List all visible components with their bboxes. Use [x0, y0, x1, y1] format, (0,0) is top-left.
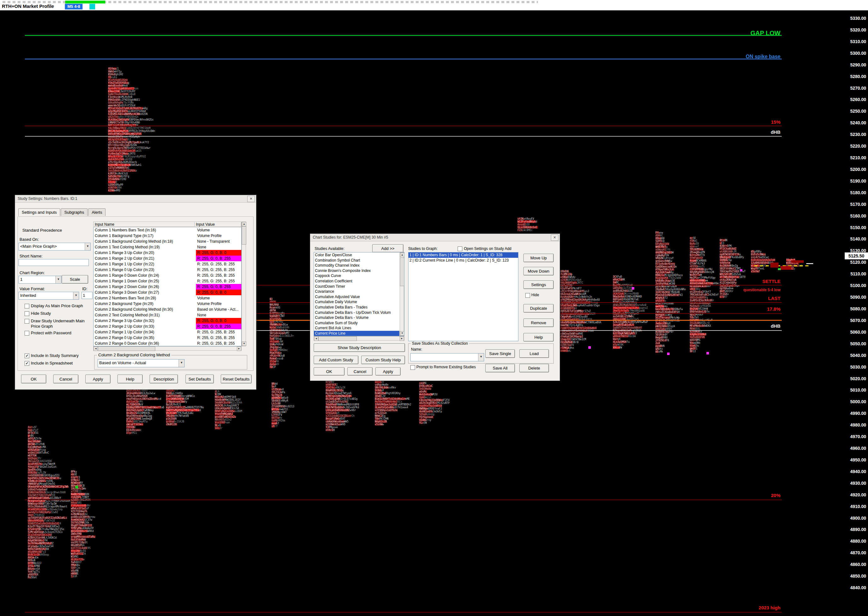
- list-vscrollbar[interactable]: ▲ ▼: [400, 253, 404, 336]
- cancel-button[interactable]: Cancel: [53, 375, 79, 383]
- chart-region-select[interactable]: 1 ▼: [19, 276, 61, 284]
- description-button[interactable]: Description: [150, 375, 178, 383]
- input-row[interactable]: Column 2 Range 1 Up Color (In:34)R: 255,…: [93, 329, 241, 335]
- checkbox-draw-study-underneath-main-price-graph[interactable]: [25, 319, 29, 324]
- study-item[interactable]: Combination Symbol Chart: [314, 258, 399, 263]
- custom-study-help-button[interactable]: Custom Study Help: [361, 356, 405, 364]
- input-row[interactable]: Column 2 Text Coloring Method (In:31)Non…: [93, 312, 241, 318]
- scroll-thumb[interactable]: [98, 347, 155, 351]
- checkbox-include-in-study-summary[interactable]: ✓: [25, 354, 29, 358]
- table-hscrollbar[interactable]: ◄ ►: [93, 346, 241, 350]
- open-settings-checkbox[interactable]: [458, 247, 462, 251]
- apply-button[interactable]: Apply: [85, 375, 110, 383]
- add-study-button[interactable]: Add >>: [372, 244, 403, 253]
- checkbox-include-in-spreadsheet[interactable]: ✓: [25, 361, 29, 366]
- chevron-down-icon[interactable]: ▼: [85, 243, 90, 250]
- close-icon[interactable]: ✕: [247, 196, 255, 202]
- value-format-select[interactable]: Inherited ▼: [19, 292, 79, 300]
- tab-subgraphs[interactable]: Subgraphs: [61, 208, 88, 216]
- prompt-remove-checkbox[interactable]: [410, 365, 415, 370]
- input-row[interactable]: Column 2 Numbers Bars Text (In:28)Volume: [93, 295, 241, 301]
- study-item[interactable]: Cumulative Delta Bars - Up/Down Tick Vol…: [314, 310, 399, 316]
- study-item[interactable]: Covariance: [314, 289, 399, 294]
- study-item[interactable]: Cumulative Adjusted Value: [314, 294, 399, 300]
- study-item[interactable]: Cumulative Delta Bars - Trades: [314, 305, 399, 310]
- input-row[interactable]: Column 1 Numbers Bars Text (In:16)Volume: [93, 227, 241, 233]
- input-row[interactable]: Column 1 Range 3 Up Color (In:20)R: 255,…: [93, 250, 241, 256]
- help-button[interactable]: Help: [118, 375, 143, 383]
- apply-button[interactable]: Apply: [375, 367, 401, 376]
- ok-button[interactable]: OK: [21, 375, 46, 383]
- graph-study-item[interactable]: 2 | ID:2 Current Price Line | 0 ms | Cal…: [408, 258, 518, 263]
- scroll-thumb[interactable]: [242, 226, 246, 245]
- delete-button[interactable]: Delete: [519, 364, 549, 372]
- save-single-button[interactable]: Save Single: [485, 349, 515, 358]
- study-item[interactable]: Connie Brown's Composite Index: [314, 268, 399, 273]
- reset-defaults-button[interactable]: Reset Defaults: [221, 375, 252, 383]
- duplicate-button[interactable]: Duplicate: [523, 304, 554, 313]
- input-row[interactable]: Column 1 Range 0 Down Color (In:24)R: 25…: [93, 273, 241, 278]
- input-row[interactable]: Column 1 Background Coloring Method (In:…: [93, 239, 241, 244]
- scroll-right-icon[interactable]: ►: [400, 336, 404, 341]
- input-row[interactable]: Column 1 Text Coloring Method (In:19)Non…: [93, 244, 241, 250]
- input-row[interactable]: Column 1 Range 3 Down Color (In:27)R: 25…: [93, 289, 241, 295]
- input-name-header[interactable]: Input Name: [93, 222, 195, 227]
- input-row[interactable]: Column 1 Range 1 Up Color (In:22)R: 255,…: [93, 261, 241, 267]
- study-item[interactable]: Cumulative Daily Volume: [314, 299, 399, 305]
- id-input[interactable]: [82, 292, 93, 299]
- scroll-up-icon[interactable]: ▲: [400, 253, 404, 257]
- input-row[interactable]: Column 1 Range 2 Up Color (In:21)R: 255,…: [93, 256, 241, 261]
- remove-button[interactable]: Remove: [523, 319, 554, 327]
- study-item[interactable]: Commodity Channel Index: [314, 263, 399, 268]
- input-row[interactable]: Column 2 Range 0 Down Color (In:36)R: 25…: [93, 341, 241, 346]
- input-row[interactable]: Column 2 Background Type (In:29)Volume P…: [93, 301, 241, 306]
- chevron-down-icon[interactable]: ▼: [73, 292, 79, 299]
- help-button[interactable]: Help: [523, 333, 554, 341]
- chevron-down-icon[interactable]: ▼: [478, 354, 484, 361]
- column2-coloring-select[interactable]: Based on Volume - Actual ▼: [98, 359, 184, 367]
- scroll-down-icon[interactable]: ▼: [400, 331, 404, 336]
- close-icon[interactable]: ✕: [551, 234, 558, 241]
- scroll-left-icon[interactable]: ◄: [314, 336, 318, 341]
- move-up-button[interactable]: Move Up: [523, 254, 554, 262]
- study-item[interactable]: CountDown Timer: [314, 284, 399, 289]
- graph-study-item[interactable]: 1 | ID:1 Numbers Bars | 0 ms | CalcOrder…: [408, 253, 518, 258]
- input-value-header[interactable]: Input Value: [195, 222, 241, 227]
- study-item[interactable]: Current Price Line: [314, 331, 399, 336]
- input-row[interactable]: Column 2 Range 3 Up Color (In:32)R: 255,…: [93, 318, 241, 324]
- scroll-up-icon[interactable]: ▲: [242, 222, 246, 226]
- tab-settings-and-inputs[interactable]: Settings and Inputs: [18, 208, 60, 216]
- study-item[interactable]: Coppock Curve: [314, 273, 399, 278]
- study-item[interactable]: Color Bar Open/Close: [314, 253, 399, 258]
- ok-button[interactable]: OK: [314, 367, 345, 376]
- input-row[interactable]: Column 2 Range 2 Up Color (In:33)R: 255,…: [93, 324, 241, 329]
- short-name-input[interactable]: [19, 259, 89, 266]
- timeframe-badge[interactable]: M5 4-8: [65, 4, 82, 9]
- study-item[interactable]: Correlation Coefficient: [314, 278, 399, 284]
- dialog2-titlebar[interactable]: Chart Studies for: ESM25-CME[M] 30 Min #…: [310, 234, 560, 241]
- studies-available-list[interactable]: ▲ ▼ Color Bar Open/CloseCombination Symb…: [314, 252, 404, 336]
- checkbox-hide-study[interactable]: [25, 311, 29, 316]
- settings-button[interactable]: Settings: [523, 280, 554, 289]
- set-defaults-button[interactable]: Set Defaults: [186, 375, 214, 383]
- study-item[interactable]: Cumulative Sum of Study: [314, 321, 399, 326]
- checkbox-protect-with-password[interactable]: [25, 331, 29, 336]
- studies-to-graph-list[interactable]: 1 | ID:1 Numbers Bars | 0 ms | CalcOrder…: [408, 252, 518, 341]
- input-row[interactable]: Column 1 Range 1 Down Color (In:25)R: 25…: [93, 278, 241, 284]
- add-custom-study-button[interactable]: Add Custom Study: [314, 356, 358, 364]
- input-row[interactable]: Column 2 Range 0 Up Color (In:35)R: 255,…: [93, 335, 241, 341]
- inputs-table[interactable]: Column 1 Numbers Bars Text (In:16)Volume…: [93, 227, 241, 346]
- load-button[interactable]: Load: [519, 349, 549, 358]
- scroll-thumb[interactable]: [400, 258, 404, 286]
- chevron-down-icon[interactable]: ▼: [179, 360, 184, 367]
- show-study-description-button[interactable]: Show Study Description: [314, 343, 405, 352]
- move-down-button[interactable]: Move Down: [523, 267, 554, 275]
- list-hscrollbar[interactable]: ◄ ►: [314, 336, 404, 341]
- study-item[interactable]: Cumulative Delta Bars - Volume: [314, 315, 399, 321]
- input-row[interactable]: Column 2 Background Coloring Method (In:…: [93, 306, 241, 312]
- hide-checkbox[interactable]: [525, 293, 530, 298]
- input-row[interactable]: Column 1 Background Type (In:17)Volume P…: [93, 233, 241, 239]
- scroll-thumb[interactable]: [318, 336, 357, 341]
- input-row[interactable]: Column 1 Range 2 Down Color (In:26)R: 25…: [93, 284, 241, 289]
- scroll-left-icon[interactable]: ◄: [93, 347, 98, 351]
